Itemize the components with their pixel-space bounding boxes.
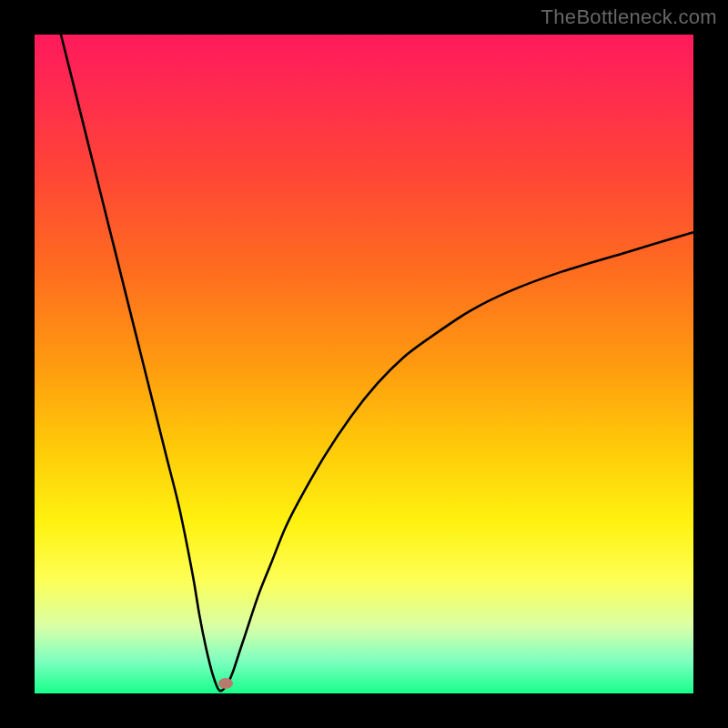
optimal-point-marker	[218, 678, 233, 689]
bottleneck-curve	[35, 35, 693, 693]
watermark-label: TheBottleneck.com	[541, 5, 717, 29]
plot-area	[35, 35, 693, 693]
curve-line	[61, 35, 693, 691]
chart-frame: TheBottleneck.com	[0, 0, 728, 728]
